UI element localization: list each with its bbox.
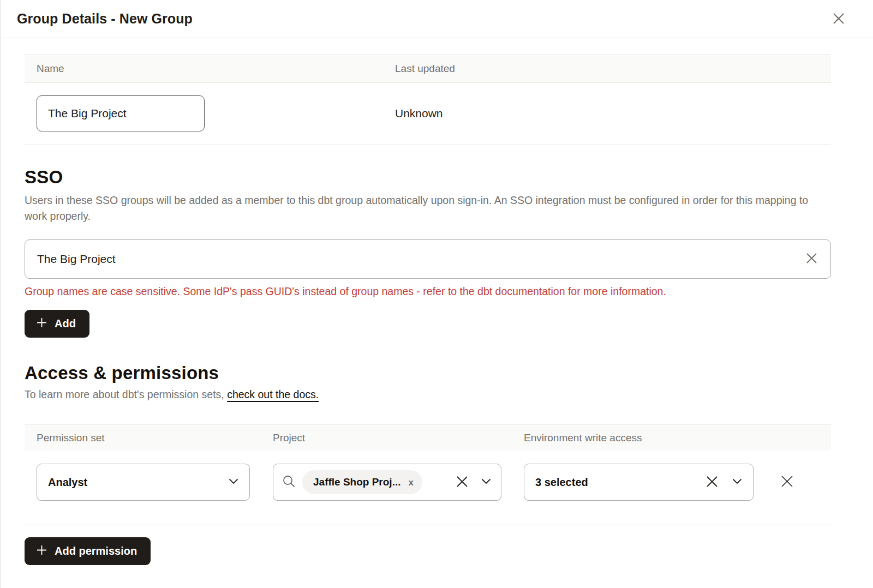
remove-permission-row-button[interactable] (780, 474, 794, 490)
column-header-project: Project (261, 432, 512, 444)
add-permission-button[interactable]: Add permission (25, 537, 151, 565)
docs-line: To learn more about dbt's permission set… (25, 388, 831, 401)
sso-group-field (25, 239, 831, 279)
group-details-panel: Group Details - New Group Name Last upda… (0, 0, 873, 588)
clear-icon (455, 475, 469, 490)
environment-access-value: 3 selected (535, 476, 588, 489)
last-updated-value: Unknown (383, 107, 831, 120)
clear-icon (705, 475, 719, 490)
project-clear-button[interactable] (455, 475, 469, 490)
sso-section-heading: SSO (25, 167, 831, 188)
permission-set-value: Analyst (48, 476, 87, 489)
docs-link[interactable]: check out the docs. (227, 388, 319, 400)
sso-group-clear-button[interactable] (805, 251, 818, 267)
environment-access-select[interactable]: 3 selected (524, 464, 754, 501)
sso-description: Users in these SSO groups will be added … (25, 193, 831, 224)
permission-row: Analyst Jaffle Shop Proj... (25, 451, 831, 525)
docs-prefix: To learn more about dbt's permission set… (25, 388, 227, 400)
remove-row-icon (780, 474, 794, 490)
add-button-label: Add (55, 317, 76, 330)
project-tag-label: Jaffle Shop Proj... (313, 476, 400, 488)
access-section-heading: Access & permissions (25, 363, 831, 383)
panel-header: Group Details - New Group (1, 0, 873, 38)
group-info-table: Name Last updated Unknown (25, 54, 831, 145)
permissions-table: Permission set Project Environment write… (25, 424, 831, 525)
project-tag: Jaffle Shop Proj... x (302, 470, 422, 494)
clear-icon (805, 251, 818, 267)
environment-clear-button[interactable] (705, 475, 719, 490)
sso-error-message: Group names are case sensitive. Some IdP… (25, 285, 831, 298)
search-icon (282, 475, 296, 490)
column-header-name: Name (25, 63, 383, 75)
chevron-down-icon (229, 477, 238, 487)
project-multiselect[interactable]: Jaffle Shop Proj... x (273, 464, 501, 501)
project-tag-remove-icon[interactable]: x (408, 478, 413, 487)
sso-group-input[interactable] (37, 253, 805, 266)
plus-icon (36, 317, 47, 331)
permissions-table-header: Permission set Project Environment write… (25, 424, 831, 451)
group-name-input[interactable] (37, 95, 205, 131)
chevron-down-icon (732, 477, 742, 487)
group-table-row: Unknown (25, 83, 831, 145)
column-header-permission-set: Permission set (25, 432, 261, 444)
column-header-last-updated: Last updated (383, 63, 831, 75)
permission-set-select[interactable]: Analyst (37, 464, 250, 501)
plus-icon (36, 544, 47, 559)
close-icon (832, 11, 846, 27)
close-button[interactable] (830, 11, 847, 27)
page-title: Group Details - New Group (17, 11, 193, 27)
add-permission-button-label: Add permission (55, 545, 137, 557)
group-table-header: Name Last updated (25, 54, 831, 83)
column-header-environment-write-access: Environment write access (512, 432, 831, 444)
chevron-down-icon (481, 477, 491, 487)
add-sso-group-button[interactable]: Add (25, 310, 89, 338)
